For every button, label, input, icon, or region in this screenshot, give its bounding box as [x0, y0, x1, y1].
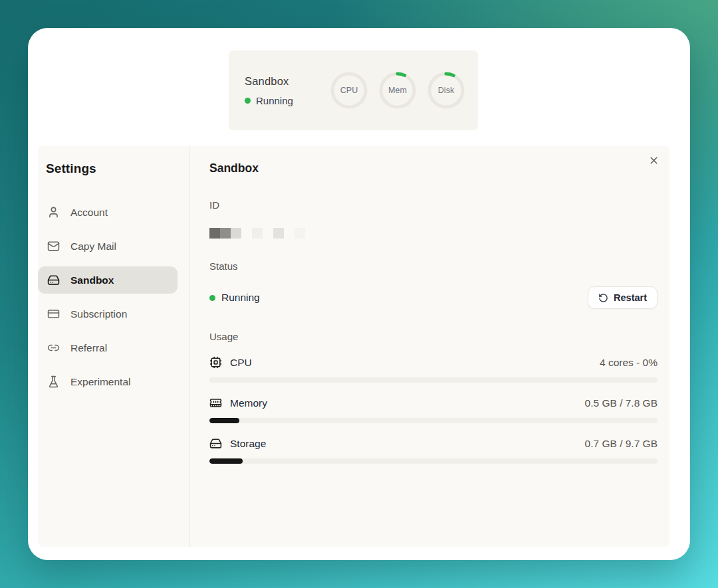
id-redacted-block: [295, 228, 305, 239]
settings-sidebar: Settings Account Capy Mail: [38, 146, 189, 547]
status-value: Running: [209, 292, 260, 304]
usage-section-label: Usage: [209, 331, 658, 342]
usage-row-storage: Storage 0.7 GB / 9.7 GB: [209, 437, 658, 464]
settings-panel: Settings Account Capy Mail: [38, 146, 669, 547]
status-dot: [245, 98, 251, 104]
sidebar-item-subscription[interactable]: Subscription: [38, 300, 178, 328]
sandbox-id-redacted: [209, 227, 658, 239]
widget-title: Sandbox: [245, 75, 293, 88]
sidebar-item-referral[interactable]: Referral: [38, 334, 178, 361]
restart-button[interactable]: Restart: [588, 286, 658, 309]
sidebar-item-label: Account: [70, 207, 108, 219]
gauge-label: Mem: [379, 72, 416, 109]
settings-nav: Account Capy Mail Sandbox: [38, 199, 189, 395]
sidebar-item-label: Referral: [70, 342, 107, 354]
sidebar-item-label: Subscription: [70, 308, 127, 320]
close-icon: [648, 155, 659, 166]
widget-status: Running: [245, 95, 293, 106]
settings-heading: Settings: [46, 161, 189, 176]
status-value-label: Running: [221, 292, 260, 304]
sidebar-item-label: Experimental: [70, 376, 130, 388]
sidebar-item-account[interactable]: Account: [38, 199, 178, 226]
id-redacted-block: [252, 228, 263, 239]
gauge-label: Disk: [427, 72, 465, 109]
usage-name: Storage: [230, 438, 266, 450]
memory-icon: [209, 397, 222, 409]
id-redacted-block: [231, 228, 241, 239]
gauge: Mem: [379, 72, 416, 109]
usage-row-cpu: CPU 4 cores - 0%: [209, 356, 658, 383]
status-section-label: Status: [209, 260, 658, 272]
cpu-icon: [209, 356, 222, 369]
usage-row-memory: Memory 0.5 GB / 7.8 GB: [209, 397, 658, 423]
id-redacted-block: [209, 228, 220, 239]
sidebar-item-experimental[interactable]: Experimental: [38, 368, 178, 395]
sandbox-status-widget: Sandbox Running CPU Mem: [229, 50, 478, 130]
usage-value: 0.5 GB / 7.8 GB: [585, 397, 658, 409]
storage-icon: [209, 437, 222, 450]
sidebar-item-capy-mail[interactable]: Capy Mail: [38, 233, 178, 260]
memory-progressbar: [209, 418, 658, 423]
resource-gauges: CPU Mem Disk: [330, 72, 465, 109]
creditcard-icon: [47, 308, 60, 320]
harddrive-icon: [47, 274, 60, 286]
storage-progressbar: [209, 458, 658, 464]
usage-name: Memory: [230, 397, 267, 409]
usage-progress-fill: [209, 418, 239, 423]
sidebar-item-sandbox[interactable]: Sandbox: [38, 266, 178, 294]
usage-value: 0.7 GB / 9.7 GB: [585, 438, 658, 450]
id-redacted-block: [220, 228, 231, 239]
restart-icon: [598, 293, 608, 303]
id-redacted-block: [273, 228, 284, 239]
restart-button-label: Restart: [614, 292, 647, 303]
sidebar-item-label: Capy Mail: [70, 241, 116, 252]
gauge: Disk: [427, 72, 465, 109]
cpu-progressbar: [209, 377, 658, 383]
sidebar-item-label: Sandbox: [70, 274, 114, 286]
link-icon: [47, 342, 60, 354]
app-window: Sandbox Running CPU Mem: [28, 28, 690, 560]
widget-status-label: Running: [256, 95, 293, 106]
sandbox-settings-pane: Sandbox ID Status Running Restart Usage: [189, 146, 669, 547]
status-dot: [209, 295, 215, 301]
mail-icon: [47, 240, 60, 252]
id-section-label: ID: [209, 199, 658, 211]
gauge-label: CPU: [330, 72, 368, 109]
flask-icon: [47, 375, 60, 388]
page-title: Sandbox: [209, 161, 658, 175]
user-icon: [47, 206, 60, 219]
close-button[interactable]: [644, 151, 663, 169]
gauge: CPU: [330, 72, 368, 109]
usage-progress-fill: [209, 458, 243, 464]
usage-value: 4 cores - 0%: [600, 357, 658, 369]
usage-name: CPU: [230, 357, 252, 369]
